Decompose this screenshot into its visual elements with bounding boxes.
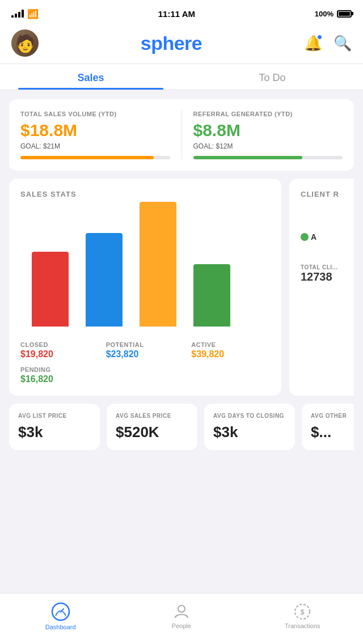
nav-label-people: People: [172, 622, 191, 629]
status-left: 📶: [11, 9, 39, 19]
metric-avg-days-closing: AVG DAYS TO CLOSING $3k: [204, 404, 295, 450]
bar-closed: [32, 252, 69, 327]
nav-item-transactions[interactable]: $ Transactions: [242, 603, 363, 629]
header-icons: 🔔 🔍: [304, 35, 352, 52]
transactions-icon: $: [294, 603, 311, 620]
total-sales-goal: GOAL: $21M: [20, 142, 170, 150]
stats-scroll[interactable]: SALES STATS CLOSED: [9, 179, 354, 396]
total-sales-progress-fill: [20, 156, 154, 159]
stat-active-value: $39,820: [191, 349, 270, 359]
metric-label-1: AVG SALES PRICE: [116, 413, 188, 419]
avatar-image: 🧑: [11, 29, 39, 57]
notification-dot: [317, 35, 322, 40]
bar-active: [140, 202, 176, 327]
active-status: A: [301, 232, 354, 242]
person-icon: [173, 603, 190, 620]
total-sales-progress-bg: [20, 156, 170, 159]
referral-label: REFERRAL GENERATED (YTD): [193, 111, 343, 117]
total-cli-value: 12738: [301, 270, 354, 283]
stat-closed: CLOSED $19,820: [20, 341, 99, 359]
bar-group-active: [140, 202, 176, 327]
metric-label-3: AVG OTHER: [311, 413, 354, 419]
metric-value-3: $...: [311, 423, 354, 441]
search-icon: 🔍: [334, 35, 352, 52]
total-cli-label: TOTAL CLI...: [301, 264, 354, 270]
signal-icon: [11, 10, 24, 18]
notification-button[interactable]: 🔔: [304, 35, 322, 52]
app-header: 🧑 sphere 🔔 🔍: [0, 25, 363, 64]
battery-icon: [337, 10, 352, 18]
stats-grid: CLOSED $19,820 POTENTIAL $23,820 ACTIVE …: [20, 341, 270, 384]
active-dot: [301, 233, 309, 241]
dashboard-icon: [51, 602, 70, 621]
tab-todo[interactable]: To Do: [182, 64, 363, 90]
main-tabs: Sales To Do: [0, 64, 363, 90]
referral-progress-bg: [193, 156, 343, 159]
bar-chart: [20, 207, 270, 332]
stat-closed-value: $19,820: [20, 349, 99, 359]
metric-avg-sales-price: AVG SALES PRICE $520K: [107, 404, 197, 450]
stat-potential-label: POTENTIAL: [106, 341, 185, 348]
status-time: 11:11 AM: [158, 9, 195, 19]
bar-group-closed: [32, 252, 69, 327]
bottom-nav: Dashboard People $ Transactions: [0, 593, 363, 644]
metric-value-1: $520K: [116, 423, 188, 441]
metric-avg-other: AVG OTHER $...: [302, 404, 354, 450]
total-sales-value: $18.8M: [20, 121, 170, 140]
stat-pending-label: PENDING: [20, 366, 99, 373]
wifi-icon: 📶: [27, 9, 39, 19]
client-r-card: CLIENT R A TOTAL CLI... 12738: [289, 179, 354, 396]
sales-stats-title: SALES STATS: [20, 190, 270, 198]
nav-label-dashboard: Dashboard: [45, 624, 76, 630]
total-sales-label: TOTAL SALES VOLUME (YTD): [20, 111, 170, 117]
metric-label-0: AVG LIST PRICE: [18, 413, 91, 419]
stat-pending-value: $16,820: [20, 374, 99, 384]
total-sales-section: TOTAL SALES VOLUME (YTD) $18.8M GOAL: $2…: [20, 111, 170, 159]
metric-value-0: $3k: [18, 423, 91, 441]
svg-point-3: [178, 605, 185, 612]
stat-closed-label: CLOSED: [20, 341, 99, 348]
metrics-scroll[interactable]: AVG LIST PRICE $3k AVG SALES PRICE $520K…: [9, 404, 354, 450]
search-button[interactable]: 🔍: [334, 35, 352, 52]
stat-pending: PENDING $16,820: [20, 366, 99, 384]
svg-text:$: $: [301, 608, 305, 616]
client-r-title: CLIENT R: [301, 190, 354, 198]
metric-avg-list-price: AVG LIST PRICE $3k: [9, 404, 100, 450]
referral-section: REFERRAL GENERATED (YTD) $8.8M GOAL: $12…: [193, 111, 343, 159]
stat-active-label: ACTIVE: [191, 341, 270, 348]
active-label: A: [311, 232, 316, 242]
referral-progress-fill: [193, 156, 302, 159]
stat-potential-value: $23,820: [106, 349, 185, 359]
main-content: TOTAL SALES VOLUME (YTD) $18.8M GOAL: $2…: [0, 90, 363, 507]
bar-group-potential: [86, 233, 123, 327]
stat-active: ACTIVE $39,820: [191, 341, 270, 359]
tab-sales[interactable]: Sales: [0, 64, 182, 90]
metric-label-2: AVG DAYS TO CLOSING: [213, 413, 286, 419]
bar-group-pending: [193, 264, 230, 327]
stat-potential: POTENTIAL $23,820: [106, 341, 185, 359]
status-right: 100%: [315, 10, 352, 18]
referral-goal: GOAL: $12M: [193, 142, 343, 150]
battery-percent: 100%: [315, 10, 334, 18]
nav-label-transactions: Transactions: [285, 622, 320, 629]
bar-potential: [86, 233, 123, 327]
avatar[interactable]: 🧑: [11, 29, 39, 57]
bar-pending: [193, 264, 230, 327]
sales-overview-card: TOTAL SALES VOLUME (YTD) $18.8M GOAL: $2…: [9, 99, 354, 171]
app-title: sphere: [141, 32, 202, 54]
sales-stats-card: SALES STATS CLOSED: [9, 179, 281, 396]
referral-value: $8.8M: [193, 121, 343, 140]
nav-item-people[interactable]: People: [121, 603, 242, 629]
overview-divider: [182, 111, 182, 159]
status-bar: 📶 11:11 AM 100%: [0, 0, 363, 25]
nav-item-dashboard[interactable]: Dashboard: [0, 602, 121, 630]
metric-value-2: $3k: [213, 423, 286, 441]
